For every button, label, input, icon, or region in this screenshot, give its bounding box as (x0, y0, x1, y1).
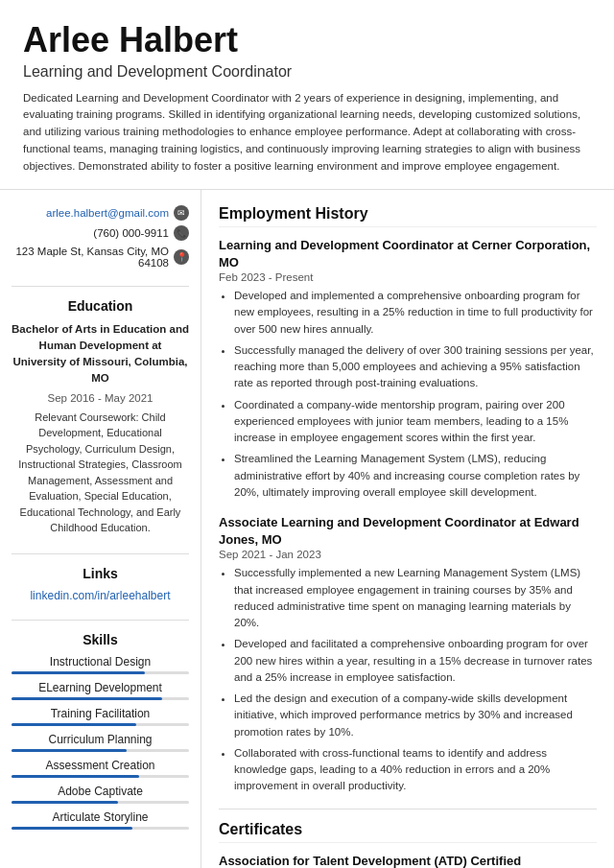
skill-item: Articulate Storyline (12, 810, 189, 830)
skill-bar (12, 723, 189, 726)
jobs-list: Learning and Development Coordinator at … (219, 237, 597, 795)
certificates-title: Certificates (219, 821, 597, 843)
employment-title: Employment History (219, 205, 597, 227)
job-date: Feb 2023 - Present (219, 271, 597, 283)
job-title: Learning and Development Coordinator at … (219, 237, 597, 271)
skills-title: Skills (12, 632, 189, 647)
skill-item: Training Facilitation (12, 707, 189, 726)
education-dates: Sep 2016 - May 2021 (12, 390, 189, 407)
skill-item: Adobe Captivate (12, 785, 189, 804)
job-bullet: Successfully managed the delivery of ove… (234, 342, 597, 392)
skill-bar-fill (12, 827, 132, 830)
skill-name: Curriculum Planning (12, 733, 189, 746)
resume-body: arlee.halbert@gmail.com ✉ (760) 000-9911… (0, 189, 614, 868)
linkedin-link[interactable]: linkedin.com/in/arleehalbert (12, 589, 189, 602)
candidate-title: Learning and Development Coordinator (23, 63, 591, 81)
phone-icon: 📞 (174, 225, 189, 241)
resume-header: Arlee Halbert Learning and Development C… (0, 0, 614, 189)
skill-bar-fill (12, 723, 136, 726)
skill-name: Adobe Captivate (12, 785, 189, 798)
links-section: Links linkedin.com/in/arleehalbert (12, 566, 189, 602)
job-bullet: Coordinated a company-wide mentorship pr… (234, 397, 597, 447)
skill-item: ELearning Development (12, 681, 189, 700)
job-bullet: Streamlined the Learning Management Syst… (234, 451, 597, 501)
skill-bar (12, 801, 189, 804)
skill-bar-fill (12, 749, 127, 752)
skill-item: Instructional Design (12, 655, 189, 674)
skill-item: Assessment Creation (12, 759, 189, 778)
skills-section: Skills Instructional Design ELearning De… (12, 632, 189, 830)
education-section: Education Bachelor of Arts in Education … (12, 298, 189, 536)
certs-list: Association for Talent Development (ATD)… (219, 853, 597, 868)
skill-name: Training Facilitation (12, 707, 189, 720)
candidate-summary: Dedicated Learning and Development Coord… (23, 90, 591, 176)
skill-bar (12, 775, 189, 778)
employment-section: Employment History Learning and Developm… (219, 205, 597, 795)
skill-name: Assessment Creation (12, 759, 189, 772)
cert-entry: Association for Talent Development (ATD)… (219, 853, 597, 868)
skill-item: Curriculum Planning (12, 733, 189, 752)
skill-bar-fill (12, 775, 139, 778)
skill-bar (12, 671, 189, 674)
skill-name: ELearning Development (12, 681, 189, 694)
job-entry: Associate Learning and Development Coord… (219, 514, 597, 795)
skill-bar-fill (12, 671, 145, 674)
skill-name: Instructional Design (12, 655, 189, 669)
job-bullet: Successfully implemented a new Learning … (234, 565, 597, 631)
job-bullet: Collaborated with cross-functional teams… (234, 745, 597, 795)
contact-email: arlee.halbert@gmail.com ✉ (12, 205, 189, 221)
skill-bar (12, 697, 189, 700)
job-bullet: Developed and facilitated a comprehensiv… (234, 636, 597, 686)
skill-bar-fill (12, 801, 118, 804)
contact-address: 123 Maple St, Kansas City, MO 64108 📍 (12, 246, 189, 269)
education-degree: Bachelor of Arts in Education and Human … (12, 321, 189, 387)
job-bullet: Developed and implemented a comprehensiv… (234, 288, 597, 338)
skill-bar (12, 749, 189, 752)
skill-bar-fill (12, 697, 162, 700)
certificates-section: Certificates Association for Talent Deve… (219, 821, 597, 868)
email-icon: ✉ (174, 205, 189, 221)
job-entry: Learning and Development Coordinator at … (219, 237, 597, 501)
location-icon: 📍 (174, 249, 189, 265)
education-coursework: Relevant Coursework: Child Development, … (12, 410, 189, 536)
sidebar: arlee.halbert@gmail.com ✉ (760) 000-9911… (0, 190, 201, 868)
job-date: Sep 2021 - Jan 2023 (219, 549, 597, 560)
skills-list: Instructional Design ELearning Developme… (12, 655, 189, 830)
skill-name: Articulate Storyline (12, 810, 189, 824)
contact-section: arlee.halbert@gmail.com ✉ (760) 000-9911… (12, 205, 189, 269)
links-title: Links (12, 566, 189, 581)
candidate-name: Arlee Halbert (23, 21, 591, 59)
job-bullet: Led the design and execution of a compan… (234, 691, 597, 740)
education-title: Education (12, 298, 189, 314)
contact-phone: (760) 000-9911 📞 (12, 225, 189, 241)
job-title: Associate Learning and Development Coord… (219, 514, 597, 549)
main-content: Employment History Learning and Developm… (201, 190, 614, 868)
cert-title: Association for Talent Development (ATD)… (219, 853, 597, 868)
skill-bar (12, 827, 189, 830)
